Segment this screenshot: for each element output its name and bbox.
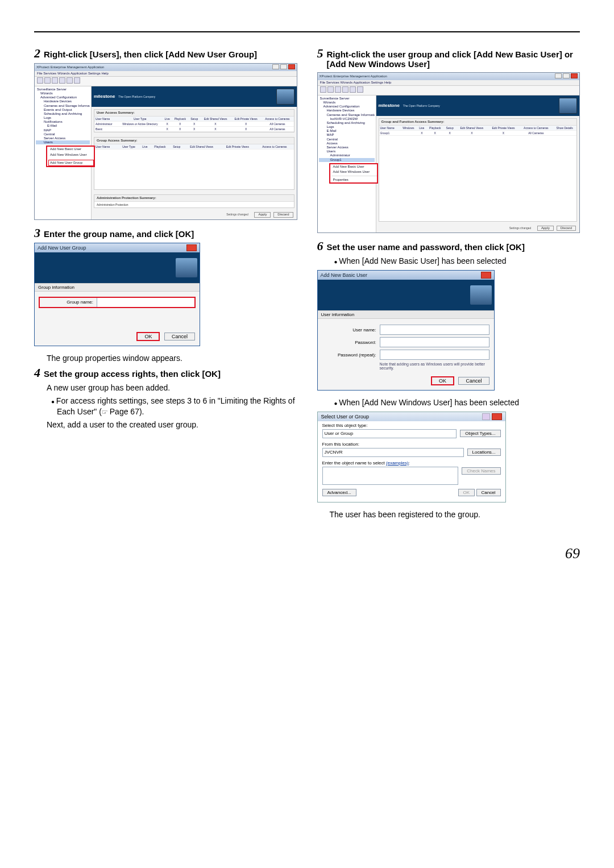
location-value: JVCNVR	[322, 448, 464, 457]
password-repeat-label: Password (repeat):	[322, 352, 380, 358]
select-user-group-dialog: Select User or Group Select this object …	[317, 412, 506, 502]
app-titlebar: XProtect Enterprise Management Applicati…	[35, 64, 297, 71]
object-name-input[interactable]	[322, 467, 459, 485]
page-number: 69	[34, 545, 580, 562]
examples-link[interactable]: (examples)	[386, 460, 409, 466]
ok-button[interactable]: OK	[137, 333, 159, 340]
step5-title: Right-click the user group and click [Ad…	[327, 49, 580, 69]
location-label: From this location:	[322, 442, 464, 447]
brand-logo-icon	[559, 98, 577, 114]
left-column: 2 Right-click [Users], then click [Add N…	[34, 44, 297, 522]
close-icon	[186, 244, 197, 251]
object-name-label: Enter the object name to select (example…	[322, 460, 459, 466]
step4-heading: 4 Set the group access rights, then clic…	[34, 367, 297, 379]
group-access-summary-panel: Group Access Summary: User Name User Typ…	[94, 137, 294, 190]
group-function-access-panel: Group and Function Access Summary: User …	[379, 118, 578, 222]
app-title-text: XProtect Enterprise Management Applicati…	[36, 65, 271, 69]
step3-after-text: The group properties window appears.	[47, 353, 297, 364]
group-name-input[interactable]	[97, 297, 195, 308]
dialog-note: Note that adding users as Windows users …	[380, 362, 489, 370]
step6-number: 6	[317, 240, 323, 252]
brand-tagline: The Open Platform Company	[403, 104, 440, 107]
ctx-add-basic-user: Add New Basic User	[331, 164, 377, 169]
group-name-row-highlight: Group name:	[39, 297, 195, 308]
dialog-title: Add New Basic User	[321, 272, 481, 278]
window-buttons	[554, 73, 578, 80]
app-menubar: File Services Wizards Application Settin…	[318, 80, 580, 86]
ctx-add-basic-user: Add New Basic User	[48, 147, 94, 152]
username-label: User name:	[322, 327, 380, 333]
step2-title: Right-click [Users], then click [Add New…	[44, 49, 257, 59]
step5-screenshot: XProtect Enterprise Management Applicati…	[317, 72, 580, 233]
context-menu-highlight: Add New Basic User Add New Windows User …	[46, 146, 95, 167]
dialog-section-header: Group information	[35, 283, 200, 292]
step4-line1: A new user group has been added.	[47, 383, 297, 393]
page-top-rule	[34, 31, 580, 32]
step4-title: Set the group access rights, then click …	[44, 369, 221, 379]
tree-group-selected: Group1	[319, 158, 375, 162]
brand-logo-icon	[276, 89, 294, 105]
password-input[interactable]	[380, 337, 489, 347]
apply-button: Apply	[537, 226, 554, 231]
password-repeat-input[interactable]	[380, 350, 489, 360]
cancel-button[interactable]: Cancel	[476, 489, 501, 496]
app-main-pane: milestone The Open Platform Company User…	[92, 86, 297, 219]
app-tree: Surveillance Server Wizards Advanced Con…	[318, 95, 376, 232]
step2-screenshot: XProtect Enterprise Management Applicati…	[34, 63, 297, 220]
step2-heading: 2 Right-click [Users], then click [Add N…	[34, 47, 297, 60]
app-tree: Surveillance Server Wizards Advanced Con…	[35, 86, 92, 219]
username-input[interactable]	[380, 325, 489, 335]
step4-bullet: For access rights settings, see steps 3 …	[51, 396, 297, 417]
step6-bullet-b: When [Add New Windows User] has been sel…	[334, 397, 580, 408]
apply-button: Apply	[254, 212, 271, 217]
step6-title: Set the user name and password, then cli…	[327, 242, 525, 252]
dialog-section-header: User information	[318, 310, 494, 319]
object-type-value: User or Group	[322, 429, 457, 438]
check-names-button[interactable]: Check Names	[462, 467, 500, 475]
password-label: Password:	[322, 340, 380, 345]
discard-button: Discard	[273, 212, 293, 217]
page-ref-icon: ☞	[102, 408, 107, 416]
step6-heading: 6 Set the user name and password, then c…	[317, 240, 580, 252]
cancel-button[interactable]: Cancel	[164, 333, 195, 340]
step6-after-text: The user has been registered to the grou…	[330, 509, 580, 520]
add-user-group-dialog: Add New User Group Group information Gro…	[34, 243, 200, 346]
group-name-label: Group name:	[39, 300, 97, 305]
step4-line2: Next, add a user to the created user gro…	[47, 420, 297, 430]
step5-heading: 5 Right-click the user group and click […	[317, 47, 580, 69]
ok-button[interactable]: OK	[458, 489, 475, 496]
object-types-button[interactable]: Object Types...	[460, 430, 500, 437]
app-title-text: XProtect Enterprise Management Applicati…	[320, 74, 554, 78]
app-toolbar	[35, 77, 297, 86]
close-icon	[492, 413, 502, 420]
step3-title: Enter the group name, and click [OK]	[44, 229, 194, 239]
brand-text: milestone	[379, 103, 400, 109]
dialog-logo-icon	[176, 258, 197, 277]
discard-button: Discard	[557, 226, 576, 231]
app-footer-buttons: Settings changed Apply Discard	[92, 210, 297, 219]
add-basic-user-dialog: Add New Basic User User information User…	[317, 270, 495, 391]
brand-tagline: The Open Platform Company	[118, 95, 155, 98]
right-column: 5 Right-click the user group and click […	[317, 44, 580, 522]
step4-number: 4	[34, 367, 40, 379]
user-access-summary-panel: User Access Summary: User Name User Type…	[94, 109, 294, 132]
window-buttons	[271, 64, 295, 70]
tree-users-selected: Users	[36, 140, 90, 144]
cancel-button[interactable]: Cancel	[458, 377, 489, 385]
dialog-title: Select User or Group	[321, 414, 482, 420]
help-icon	[482, 413, 490, 420]
brand-text: milestone	[94, 94, 115, 99]
step6-bullet-a: When [Add New Basic User] has been selec…	[334, 256, 580, 267]
close-icon	[481, 272, 491, 279]
object-type-label: Select this object type:	[322, 423, 457, 428]
locations-button[interactable]: Locations...	[467, 448, 501, 456]
ctx-properties: Properties	[331, 177, 377, 182]
dialog-logo-icon	[470, 285, 492, 305]
ctx-add-windows-user: Add New Windows User	[48, 152, 94, 157]
step3-number: 3	[34, 227, 40, 239]
ok-button[interactable]: OK	[432, 377, 454, 385]
step3-heading: 3 Enter the group name, and click [OK]	[34, 227, 297, 239]
dialog-title: Add New User Group	[38, 245, 186, 251]
advanced-button[interactable]: Advanced...	[322, 489, 356, 496]
app-topbar: milestone The Open Platform Company	[92, 86, 297, 107]
